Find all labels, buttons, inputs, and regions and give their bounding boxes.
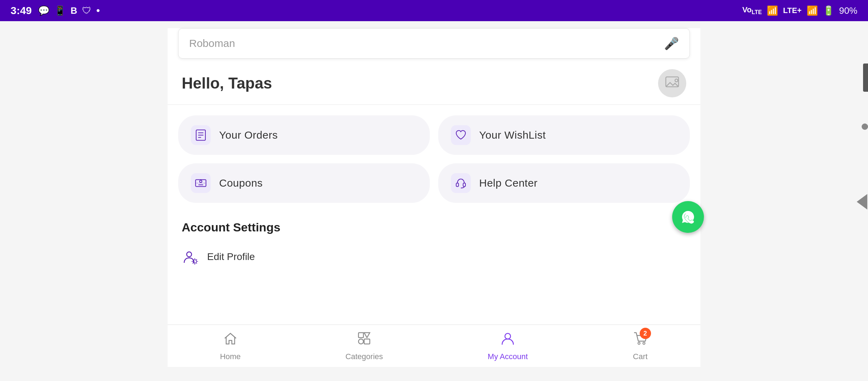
nav-cart[interactable]: 2 Cart — [622, 327, 659, 365]
greeting-text: Hello, Tapas — [182, 74, 272, 92]
categories-nav-label: Categories — [345, 352, 383, 361]
status-bar: 3:49 💬 📱 B 🛡 • VoLTE 📶 LTE+ 📶 🔋 90% — [0, 0, 868, 21]
svg-point-27 — [505, 333, 511, 339]
coupons-button[interactable]: Coupons — [178, 163, 430, 203]
coupon-icon — [191, 173, 211, 193]
avatar[interactable] — [658, 69, 686, 97]
orders-label: Your Orders — [219, 129, 278, 141]
svg-rect-23 — [358, 333, 363, 338]
home-nav-label: Home — [220, 352, 241, 361]
signal2-icon: 📶 — [807, 5, 818, 16]
cart-wrapper: 2 — [633, 331, 648, 349]
svg-point-28 — [638, 342, 640, 344]
signal-icon: 📶 — [767, 5, 778, 16]
nav-account[interactable]: My Account — [477, 327, 538, 365]
side-power-button — [863, 64, 868, 92]
svg-marker-24 — [364, 333, 370, 338]
svg-point-25 — [358, 339, 363, 344]
search-bar[interactable]: Roboman 🎤 — [178, 28, 690, 59]
cart-nav-label: Cart — [633, 352, 648, 361]
battery-icon: 🔋 — [823, 5, 834, 16]
hello-section: Hello, Tapas — [168, 59, 700, 101]
mic-icon[interactable]: 🎤 — [664, 36, 679, 50]
side-circle-button — [862, 123, 868, 130]
shield-icon: 🛡 — [82, 5, 91, 16]
cart-badge: 2 — [640, 328, 651, 339]
wishlist-label: Your WishList — [479, 129, 546, 141]
chat-icon: 💬 — [38, 5, 49, 16]
wishlist-button[interactable]: Your WishList — [438, 115, 690, 155]
home-nav-icon — [223, 331, 238, 349]
main-content: Roboman 🎤 Hello, Tapas — [168, 28, 700, 367]
svg-rect-10 — [456, 183, 459, 187]
account-nav-label: My Account — [488, 352, 528, 361]
account-nav-icon — [500, 331, 516, 349]
status-time: 3:49 — [11, 5, 32, 17]
divider — [168, 104, 700, 105]
account-settings-section: Account Settings — [168, 210, 700, 276]
menu-grid: Your Orders Your WishList Coupons — [168, 108, 700, 210]
headset-icon — [451, 173, 471, 193]
battery-percent: 90% — [839, 5, 857, 16]
svg-point-12 — [187, 252, 192, 257]
status-right: VoLTE 📶 LTE+ 📶 🔋 90% — [742, 5, 857, 16]
svg-line-20 — [197, 259, 197, 260]
svg-point-7 — [200, 180, 202, 183]
svg-line-21 — [193, 263, 193, 264]
edit-profile-label: Edit Profile — [207, 251, 255, 262]
whatsapp-status-icon: 📱 — [54, 5, 66, 16]
settings-title: Account Settings — [182, 220, 686, 234]
status-icons: 💬 📱 B 🛡 • — [38, 5, 100, 17]
svg-point-29 — [643, 342, 645, 344]
svg-line-19 — [197, 263, 197, 264]
orders-icon — [191, 125, 211, 145]
edit-profile-item[interactable]: Edit Profile — [182, 241, 686, 272]
svg-rect-11 — [463, 183, 466, 187]
coupons-label: Coupons — [219, 177, 263, 189]
categories-nav-icon — [356, 331, 372, 349]
nav-categories[interactable]: Categories — [335, 327, 393, 365]
svg-rect-26 — [364, 339, 370, 344]
volte-icon: VoLTE — [742, 5, 762, 16]
dot-icon: • — [96, 5, 100, 17]
whatsapp-button[interactable] — [672, 201, 704, 233]
lte-label: LTE+ — [783, 6, 802, 15]
bottom-navigation: Home Categories My Account — [168, 325, 700, 367]
help-button[interactable]: Help Center — [438, 163, 690, 203]
b-icon: B — [71, 5, 77, 16]
nav-home[interactable]: Home — [209, 327, 251, 365]
edit-profile-icon — [182, 248, 200, 266]
heart-icon — [451, 125, 471, 145]
svg-point-1 — [675, 79, 678, 82]
help-label: Help Center — [479, 177, 538, 189]
status-left: 3:49 💬 📱 B 🛡 • — [11, 5, 100, 17]
orders-button[interactable]: Your Orders — [178, 115, 430, 155]
svg-line-18 — [193, 259, 193, 260]
search-placeholder: Roboman — [189, 37, 235, 49]
side-back-button[interactable] — [857, 194, 867, 210]
